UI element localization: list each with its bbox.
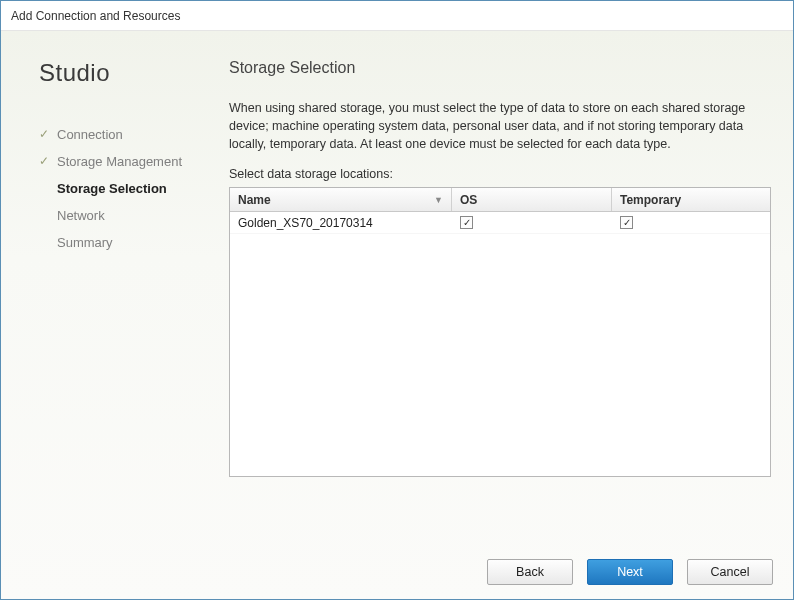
sort-arrow-icon: ▼ xyxy=(434,195,443,205)
step-label: Network xyxy=(57,208,105,223)
column-header-label: Temporary xyxy=(620,193,681,207)
wizard-body: Studio Connection Storage Management Sto… xyxy=(1,31,793,599)
grid-header: Name ▼ OS Temporary xyxy=(230,188,770,212)
window-title: Add Connection and Resources xyxy=(11,9,180,23)
brand-title: Studio xyxy=(39,59,213,87)
content-pane: Storage Selection When using shared stor… xyxy=(223,31,781,545)
column-header-os[interactable]: OS xyxy=(452,188,612,211)
page-description: When using shared storage, you must sele… xyxy=(229,99,759,153)
step-label: Summary xyxy=(57,235,113,250)
checkbox-os[interactable] xyxy=(460,216,473,229)
step-network[interactable]: Network xyxy=(39,202,213,229)
grid-body: Golden_XS70_20170314 xyxy=(230,212,770,476)
page-heading: Storage Selection xyxy=(229,59,771,77)
column-header-label: OS xyxy=(460,193,477,207)
cell-temporary xyxy=(612,212,770,233)
cell-name: Golden_XS70_20170314 xyxy=(230,212,452,233)
column-header-label: Name xyxy=(238,193,271,207)
step-label: Storage Management xyxy=(57,154,182,169)
cell-os xyxy=(452,212,612,233)
step-storage-management[interactable]: Storage Management xyxy=(39,148,213,175)
button-label: Back xyxy=(516,565,544,579)
wizard-footer: Back Next Cancel xyxy=(13,545,781,589)
step-connection[interactable]: Connection xyxy=(39,121,213,148)
wizard-window: Add Connection and Resources Studio Conn… xyxy=(0,0,794,600)
columns: Studio Connection Storage Management Sto… xyxy=(13,31,781,545)
sidebar: Studio Connection Storage Management Sto… xyxy=(13,31,223,545)
titlebar: Add Connection and Resources xyxy=(1,1,793,31)
back-button[interactable]: Back xyxy=(487,559,573,585)
column-header-temporary[interactable]: Temporary xyxy=(612,188,770,211)
step-storage-selection[interactable]: Storage Selection xyxy=(39,175,213,202)
step-label: Connection xyxy=(57,127,123,142)
column-header-name[interactable]: Name ▼ xyxy=(230,188,452,211)
step-summary[interactable]: Summary xyxy=(39,229,213,256)
grid-label: Select data storage locations: xyxy=(229,167,771,181)
button-label: Next xyxy=(617,565,643,579)
wizard-steps: Connection Storage Management Storage Se… xyxy=(39,121,213,256)
next-button[interactable]: Next xyxy=(587,559,673,585)
checkbox-temporary[interactable] xyxy=(620,216,633,229)
step-label: Storage Selection xyxy=(57,181,167,196)
cancel-button[interactable]: Cancel xyxy=(687,559,773,585)
button-label: Cancel xyxy=(711,565,750,579)
storage-grid: Name ▼ OS Temporary Golden_XS70_20170314 xyxy=(229,187,771,477)
table-row[interactable]: Golden_XS70_20170314 xyxy=(230,212,770,234)
